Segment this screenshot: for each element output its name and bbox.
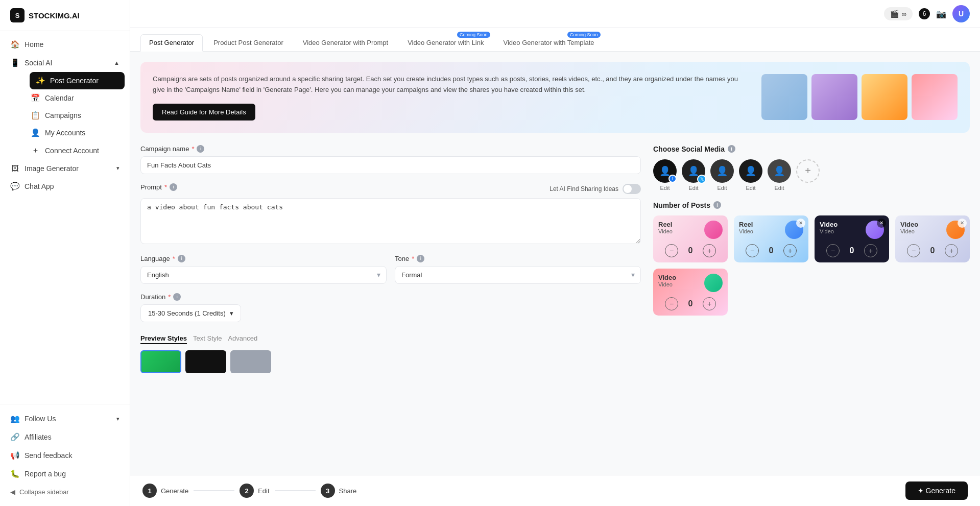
tab-video-generator-prompt[interactable]: Video Generator with Prompt bbox=[294, 34, 397, 51]
post-card-5-minus[interactable]: − bbox=[665, 297, 678, 310]
duration-info[interactable]: i bbox=[173, 293, 181, 301]
banner-image-2 bbox=[811, 74, 857, 120]
ai-toggle[interactable] bbox=[623, 184, 641, 194]
language-info[interactable]: i bbox=[178, 255, 185, 262]
chevron-down-icon-2: ▾ bbox=[116, 416, 119, 422]
posts-grid-bottom: Video Video − 0 + bbox=[653, 269, 970, 316]
post-card-2-plus[interactable]: + bbox=[783, 244, 797, 257]
social-avatar-2[interactable]: 👤 𝕏 bbox=[682, 159, 705, 183]
bug-icon: 🐛 bbox=[10, 469, 19, 478]
sidebar-item-label: Connect Account bbox=[45, 147, 99, 155]
social-edit-1[interactable]: Edit bbox=[660, 185, 670, 191]
post-card-3-subtype: Video bbox=[820, 228, 838, 234]
sidebar-item-post-generator[interactable]: ✨ Post Generator bbox=[30, 72, 125, 89]
campaign-name-info[interactable]: i bbox=[197, 145, 204, 153]
post-card-1-plus[interactable]: + bbox=[703, 244, 716, 257]
post-card-5-subtype: Video bbox=[658, 281, 676, 287]
social-avatar-3[interactable]: 👤 bbox=[710, 159, 734, 183]
step-1-label: Generate bbox=[161, 487, 188, 495]
collapse-sidebar-button[interactable]: ◀ Collapse sidebar bbox=[0, 483, 130, 501]
coming-soon-badge-1: Coming Soon bbox=[457, 32, 490, 38]
post-card-1-minus[interactable]: − bbox=[665, 244, 678, 257]
posts-grid: Reel Video − 0 + bbox=[653, 215, 970, 262]
post-card-4-close[interactable]: ✕ bbox=[958, 219, 967, 228]
sidebar-item-connect-account[interactable]: ＋ Connect Account bbox=[25, 141, 130, 159]
social-account-1: 👤 f Edit bbox=[653, 159, 677, 191]
social-avatar-4[interactable]: 👤 bbox=[739, 159, 762, 183]
post-card-4-info: Video Video bbox=[900, 221, 918, 234]
sidebar-item-campaigns[interactable]: 📋 Campaigns bbox=[25, 107, 130, 124]
post-card-2-minus[interactable]: − bbox=[746, 244, 759, 257]
user-avatar[interactable]: U bbox=[952, 5, 970, 22]
social-accounts-row: 👤 f Edit 👤 𝕏 Edit bbox=[653, 159, 970, 191]
instagram-icon[interactable]: 📷 bbox=[936, 9, 946, 19]
social-edit-4[interactable]: Edit bbox=[746, 185, 756, 191]
tabs-bar: Post Generator Product Post Generator Vi… bbox=[130, 28, 980, 52]
post-card-3-minus[interactable]: − bbox=[826, 244, 840, 257]
prompt-info[interactable]: i bbox=[170, 183, 177, 191]
post-card-3-close[interactable]: ✕ bbox=[877, 219, 886, 228]
social-media-label: Choose Social Media i bbox=[653, 145, 970, 153]
tab-text-style[interactable]: Text Style bbox=[193, 334, 222, 344]
step-3: 3 Share bbox=[321, 484, 357, 498]
post-card-3-plus[interactable]: + bbox=[864, 244, 877, 257]
post-card-3-type: Video bbox=[820, 221, 838, 228]
tone-select[interactable]: Formal Casual Friendly bbox=[395, 266, 641, 284]
social-media-info[interactable]: i bbox=[728, 145, 735, 153]
tab-preview-styles[interactable]: Preview Styles bbox=[140, 334, 187, 344]
sidebar-item-send-feedback[interactable]: 📢 Send feedback bbox=[0, 446, 130, 465]
social-account-5: 👤 Edit bbox=[768, 159, 791, 191]
sidebar-item-calendar[interactable]: 📅 Calendar bbox=[25, 89, 130, 107]
banner-description: Campaigns are sets of posts organized ar… bbox=[153, 74, 751, 95]
post-card-4-minus[interactable]: − bbox=[907, 244, 920, 257]
tab-video-generator-link[interactable]: Video Generator with Link Coming Soon bbox=[399, 34, 492, 51]
style-thumb-gray[interactable] bbox=[230, 350, 271, 373]
read-guide-button[interactable]: Read Guide for More Details bbox=[153, 104, 255, 121]
sidebar-item-home[interactable]: 🏠 Home bbox=[0, 35, 130, 54]
post-card-3-controls: − 0 + bbox=[815, 239, 889, 262]
sidebar-item-affiliates[interactable]: 🔗 Affiliates bbox=[0, 428, 130, 446]
logo-text: STOCKIMG.AI bbox=[29, 11, 80, 20]
required-star-2: * bbox=[164, 183, 167, 191]
prompt-header: Prompt * i Let AI Find Sharing Ideas bbox=[140, 183, 641, 195]
add-social-account[interactable]: + bbox=[796, 159, 820, 183]
notification-count[interactable]: 6 bbox=[919, 8, 930, 19]
social-edit-2[interactable]: Edit bbox=[689, 185, 699, 191]
posts-info[interactable]: i bbox=[713, 201, 721, 209]
prompt-textarea[interactable]: a video about fun facts about cats bbox=[140, 198, 641, 244]
credits-widget[interactable]: 🎬 ∞ bbox=[884, 7, 913, 20]
sidebar-item-chat-app[interactable]: 💬 Chat App bbox=[0, 177, 130, 196]
required-star-5: * bbox=[168, 293, 171, 301]
style-thumb-green[interactable] bbox=[140, 350, 181, 373]
step-3-circle: 3 bbox=[321, 484, 335, 498]
social-edit-3[interactable]: Edit bbox=[718, 185, 727, 191]
post-card-2-close[interactable]: ✕ bbox=[796, 219, 805, 228]
post-card-5-plus[interactable]: + bbox=[703, 297, 716, 310]
tab-video-generator-template[interactable]: Video Generator with Template Coming Soo… bbox=[495, 34, 603, 51]
social-edit-5[interactable]: Edit bbox=[775, 185, 784, 191]
tab-advanced[interactable]: Advanced bbox=[228, 334, 257, 344]
sidebar-item-report-bug[interactable]: 🐛 Report a bug bbox=[0, 465, 130, 483]
post-card-4-plus[interactable]: + bbox=[945, 244, 958, 257]
language-select[interactable]: English Spanish French bbox=[140, 266, 387, 284]
sidebar-item-follow-us[interactable]: 👥 Follow Us ▾ bbox=[0, 409, 130, 428]
tone-info[interactable]: i bbox=[417, 255, 424, 262]
sidebar-item-label: Calendar bbox=[45, 94, 74, 102]
campaign-name-input[interactable] bbox=[140, 156, 641, 174]
prompt-label: Prompt * i bbox=[140, 183, 177, 191]
step-3-label: Share bbox=[339, 487, 357, 495]
tab-product-post-generator[interactable]: Product Post Generator bbox=[205, 34, 292, 51]
tab-post-generator[interactable]: Post Generator bbox=[140, 34, 203, 52]
generate-button[interactable]: ✦ Generate bbox=[905, 481, 968, 500]
social-avatar-5[interactable]: 👤 bbox=[768, 159, 791, 183]
home-icon: 🏠 bbox=[10, 40, 19, 49]
sidebar-item-social-ai[interactable]: 📱 Social AI ▲ bbox=[0, 54, 130, 72]
social-avatar-1[interactable]: 👤 f bbox=[653, 159, 677, 183]
banner-text: Campaigns are sets of posts organized ar… bbox=[153, 74, 751, 121]
duration-dropdown[interactable]: 15-30 Seconds (1 Credits) ▾ bbox=[140, 304, 241, 322]
language-select-wrapper: English Spanish French bbox=[140, 266, 387, 284]
sidebar-item-my-accounts[interactable]: 👤 My Accounts bbox=[25, 124, 130, 141]
style-thumb-dark[interactable] bbox=[185, 350, 226, 373]
sidebar-item-image-generator[interactable]: 🖼 Image Generator ▾ bbox=[0, 159, 130, 177]
campaign-name-field: Campaign name * i bbox=[140, 145, 641, 174]
